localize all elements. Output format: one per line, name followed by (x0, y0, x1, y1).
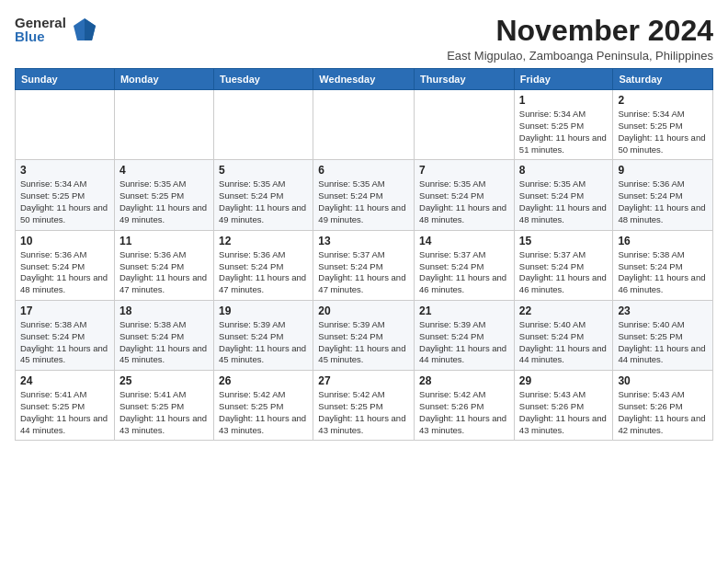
day-number: 24 (20, 374, 109, 387)
day-info: Sunrise: 5:36 AM Sunset: 5:24 PM Dayligh… (618, 178, 708, 225)
day-number: 14 (419, 235, 509, 247)
calendar-cell: 23Sunrise: 5:40 AM Sunset: 5:25 PM Dayli… (613, 300, 713, 370)
day-info: Sunrise: 5:38 AM Sunset: 5:24 PM Dayligh… (20, 319, 109, 366)
day-number: 28 (419, 374, 509, 387)
day-number: 10 (20, 235, 109, 247)
calendar-cell: 2Sunrise: 5:34 AM Sunset: 5:25 PM Daylig… (613, 90, 713, 160)
calendar-cell (16, 90, 115, 160)
calendar-cell: 7Sunrise: 5:35 AM Sunset: 5:24 PM Daylig… (415, 160, 515, 230)
calendar-cell: 26Sunrise: 5:42 AM Sunset: 5:25 PM Dayli… (214, 371, 313, 441)
calendar-week-row: 1Sunrise: 5:34 AM Sunset: 5:25 PM Daylig… (16, 90, 713, 160)
logo-blue: Blue (15, 29, 66, 43)
day-number: 27 (318, 374, 409, 387)
day-number: 23 (618, 304, 708, 317)
day-info: Sunrise: 5:39 AM Sunset: 5:24 PM Dayligh… (318, 319, 409, 366)
day-info: Sunrise: 5:42 AM Sunset: 5:25 PM Dayligh… (318, 389, 409, 436)
calendar-cell: 16Sunrise: 5:38 AM Sunset: 5:24 PM Dayli… (613, 230, 713, 300)
day-number: 9 (618, 164, 708, 177)
day-info: Sunrise: 5:34 AM Sunset: 5:25 PM Dayligh… (618, 109, 708, 155)
calendar-cell (214, 90, 313, 160)
day-number: 18 (119, 304, 209, 317)
svg-marker-1 (85, 18, 96, 40)
weekday-header: Thursday (415, 69, 515, 90)
calendar-week-row: 3Sunrise: 5:34 AM Sunset: 5:25 PM Daylig… (16, 160, 713, 230)
day-number: 8 (519, 164, 609, 177)
page: General Blue November 2024 East Migpulao… (0, 0, 728, 563)
day-number: 6 (318, 164, 409, 177)
day-info: Sunrise: 5:40 AM Sunset: 5:25 PM Dayligh… (618, 319, 708, 366)
day-info: Sunrise: 5:43 AM Sunset: 5:26 PM Dayligh… (618, 389, 708, 436)
calendar-cell (313, 90, 415, 160)
calendar-cell: 3Sunrise: 5:34 AM Sunset: 5:25 PM Daylig… (16, 160, 115, 230)
day-info: Sunrise: 5:35 AM Sunset: 5:24 PM Dayligh… (219, 178, 308, 225)
calendar-cell: 28Sunrise: 5:42 AM Sunset: 5:26 PM Dayli… (415, 371, 515, 441)
logo-text: General Blue (15, 16, 66, 43)
calendar-cell: 24Sunrise: 5:41 AM Sunset: 5:25 PM Dayli… (16, 371, 115, 441)
calendar-cell: 14Sunrise: 5:37 AM Sunset: 5:24 PM Dayli… (415, 230, 515, 300)
day-number: 12 (219, 235, 308, 247)
day-info: Sunrise: 5:40 AM Sunset: 5:24 PM Dayligh… (519, 319, 609, 366)
calendar-cell: 18Sunrise: 5:38 AM Sunset: 5:24 PM Dayli… (114, 300, 213, 370)
subtitle: East Migpulao, Zamboanga Peninsula, Phil… (447, 49, 713, 63)
day-info: Sunrise: 5:42 AM Sunset: 5:25 PM Dayligh… (219, 389, 308, 436)
day-number: 5 (219, 164, 308, 177)
day-number: 13 (318, 235, 409, 247)
day-info: Sunrise: 5:37 AM Sunset: 5:24 PM Dayligh… (419, 249, 509, 296)
calendar-cell: 10Sunrise: 5:36 AM Sunset: 5:24 PM Dayli… (16, 230, 115, 300)
day-number: 3 (20, 164, 109, 177)
weekday-header: Friday (514, 69, 613, 90)
calendar-cell: 17Sunrise: 5:38 AM Sunset: 5:24 PM Dayli… (16, 300, 115, 370)
calendar-cell: 13Sunrise: 5:37 AM Sunset: 5:24 PM Dayli… (313, 230, 415, 300)
day-number: 11 (119, 235, 209, 247)
title-block: November 2024 East Migpulao, Zamboanga P… (447, 15, 713, 63)
calendar-cell: 8Sunrise: 5:35 AM Sunset: 5:24 PM Daylig… (514, 160, 613, 230)
calendar-cell: 20Sunrise: 5:39 AM Sunset: 5:24 PM Dayli… (313, 300, 415, 370)
calendar-cell: 11Sunrise: 5:36 AM Sunset: 5:24 PM Dayli… (114, 230, 213, 300)
day-number: 22 (519, 304, 609, 317)
day-info: Sunrise: 5:39 AM Sunset: 5:24 PM Dayligh… (219, 319, 308, 366)
day-info: Sunrise: 5:36 AM Sunset: 5:24 PM Dayligh… (20, 249, 109, 296)
day-number: 29 (519, 374, 609, 387)
calendar-table: SundayMondayTuesdayWednesdayThursdayFrid… (15, 68, 713, 441)
day-info: Sunrise: 5:38 AM Sunset: 5:24 PM Dayligh… (119, 319, 209, 366)
calendar-cell (114, 90, 213, 160)
calendar-cell: 27Sunrise: 5:42 AM Sunset: 5:25 PM Dayli… (313, 371, 415, 441)
day-number: 4 (119, 164, 209, 177)
calendar-week-row: 17Sunrise: 5:38 AM Sunset: 5:24 PM Dayli… (16, 300, 713, 370)
calendar-cell: 29Sunrise: 5:43 AM Sunset: 5:26 PM Dayli… (514, 371, 613, 441)
calendar-cell: 25Sunrise: 5:41 AM Sunset: 5:25 PM Dayli… (114, 371, 213, 441)
day-info: Sunrise: 5:41 AM Sunset: 5:25 PM Dayligh… (20, 389, 109, 436)
day-number: 2 (618, 94, 708, 107)
calendar-cell: 5Sunrise: 5:35 AM Sunset: 5:24 PM Daylig… (214, 160, 313, 230)
day-number: 16 (618, 235, 708, 247)
calendar-cell: 1Sunrise: 5:34 AM Sunset: 5:25 PM Daylig… (514, 90, 613, 160)
day-info: Sunrise: 5:36 AM Sunset: 5:24 PM Dayligh… (219, 249, 308, 296)
calendar-cell (415, 90, 515, 160)
day-number: 26 (219, 374, 308, 387)
day-number: 7 (419, 164, 509, 177)
day-number: 19 (219, 304, 308, 317)
weekday-header: Monday (114, 69, 213, 90)
day-info: Sunrise: 5:41 AM Sunset: 5:25 PM Dayligh… (119, 389, 209, 436)
day-number: 17 (20, 304, 109, 317)
day-info: Sunrise: 5:34 AM Sunset: 5:25 PM Dayligh… (20, 178, 109, 225)
day-info: Sunrise: 5:34 AM Sunset: 5:25 PM Dayligh… (519, 109, 609, 155)
calendar-cell: 6Sunrise: 5:35 AM Sunset: 5:24 PM Daylig… (313, 160, 415, 230)
weekday-header: Saturday (613, 69, 713, 90)
day-info: Sunrise: 5:37 AM Sunset: 5:24 PM Dayligh… (318, 249, 409, 296)
day-info: Sunrise: 5:36 AM Sunset: 5:24 PM Dayligh… (119, 249, 209, 296)
calendar-cell: 19Sunrise: 5:39 AM Sunset: 5:24 PM Dayli… (214, 300, 313, 370)
weekday-header: Sunday (16, 69, 115, 90)
calendar-week-row: 10Sunrise: 5:36 AM Sunset: 5:24 PM Dayli… (16, 230, 713, 300)
weekday-header: Wednesday (313, 69, 415, 90)
day-info: Sunrise: 5:37 AM Sunset: 5:24 PM Dayligh… (519, 249, 609, 296)
day-info: Sunrise: 5:35 AM Sunset: 5:24 PM Dayligh… (519, 178, 609, 225)
month-title: November 2024 (447, 15, 713, 47)
day-number: 21 (419, 304, 509, 317)
header: General Blue November 2024 East Migpulao… (15, 15, 713, 63)
day-info: Sunrise: 5:42 AM Sunset: 5:26 PM Dayligh… (419, 389, 509, 436)
day-number: 20 (318, 304, 409, 317)
calendar-cell: 4Sunrise: 5:35 AM Sunset: 5:25 PM Daylig… (114, 160, 213, 230)
calendar-cell: 22Sunrise: 5:40 AM Sunset: 5:24 PM Dayli… (514, 300, 613, 370)
calendar-cell: 21Sunrise: 5:39 AM Sunset: 5:24 PM Dayli… (415, 300, 515, 370)
